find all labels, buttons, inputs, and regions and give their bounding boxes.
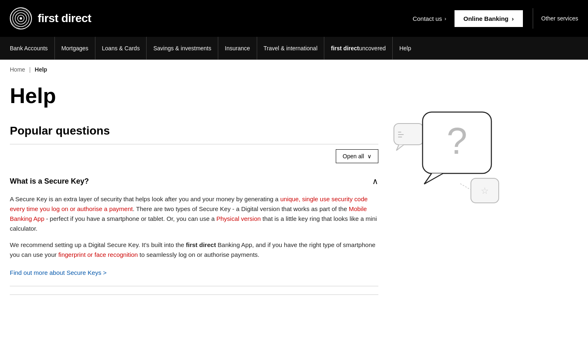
logo-icon[interactable] xyxy=(10,7,32,29)
nav-item-help[interactable]: Help xyxy=(393,37,418,60)
main-nav: Bank Accounts Mortgages Loans & Cards Sa… xyxy=(0,37,588,60)
svg-rect-6 xyxy=(398,132,401,133)
chevron-right-icon: › xyxy=(444,16,446,22)
help-illustration: ? ☆ xyxy=(391,104,505,210)
chevron-down-icon: ∨ xyxy=(367,153,371,160)
nav-item-insurance[interactable]: Insurance xyxy=(218,37,257,60)
nav-item-travel-international[interactable]: Travel & international xyxy=(257,37,325,60)
nav-item-mortgages[interactable]: Mortgages xyxy=(55,37,95,60)
header: first direct Contact us › Online Banking… xyxy=(0,0,588,37)
breadcrumb-home[interactable]: Home xyxy=(10,66,25,73)
online-banking-button[interactable]: Online Banking › xyxy=(455,10,523,27)
open-all-row: Open all ∨ xyxy=(10,144,378,163)
sidebar-illustration: ? ☆ xyxy=(378,79,518,295)
nav-item-uncovered[interactable]: first direct uncovered xyxy=(324,37,393,60)
logo-text: first direct xyxy=(38,12,91,25)
svg-text:?: ? xyxy=(447,121,467,162)
contact-us-link[interactable]: Contact us › xyxy=(413,15,446,22)
breadcrumb-separator: | xyxy=(29,66,31,73)
svg-rect-8 xyxy=(398,137,402,137)
svg-point-4 xyxy=(20,17,22,20)
header-left: first direct xyxy=(10,7,91,29)
faq-question: What is a Secure Key? xyxy=(10,177,89,186)
other-services-link[interactable]: Other services xyxy=(541,15,578,22)
svg-rect-5 xyxy=(394,124,423,145)
breadcrumb-current: Help xyxy=(35,66,47,73)
nav-item-bank-accounts[interactable]: Bank Accounts xyxy=(10,37,55,60)
faq-question-row[interactable]: What is a Secure Key? ∧ xyxy=(10,176,378,186)
popular-questions-heading: Popular questions xyxy=(10,124,378,137)
page-title: Help xyxy=(10,83,378,108)
svg-rect-7 xyxy=(398,134,404,135)
chevron-right-icon: › xyxy=(512,15,514,22)
open-all-button[interactable]: Open all ∨ xyxy=(336,149,378,163)
find-more-secure-keys-link[interactable]: Find out more about Secure Keys > xyxy=(10,268,106,278)
section-divider xyxy=(10,294,378,295)
svg-line-13 xyxy=(460,184,471,190)
main-content: Help Popular questions Open all ∨ What i… xyxy=(0,79,588,319)
header-divider xyxy=(533,8,533,29)
breadcrumb: Home | Help xyxy=(0,60,588,79)
nav-item-loans-cards[interactable]: Loans & Cards xyxy=(95,37,147,60)
content-area: Help Popular questions Open all ∨ What i… xyxy=(10,79,378,295)
svg-text:☆: ☆ xyxy=(481,186,489,196)
header-right: Contact us › Online Banking › Other serv… xyxy=(413,8,578,29)
nav-item-savings-investments[interactable]: Savings & investments xyxy=(147,37,218,60)
chevron-up-icon: ∧ xyxy=(372,176,378,186)
faq-item: What is a Secure Key? ∧ A Secure Key is … xyxy=(10,168,378,286)
faq-answer: A Secure Key is an extra layer of securi… xyxy=(10,194,378,278)
faq-answer-paragraph-1: A Secure Key is an extra layer of securi… xyxy=(10,194,378,234)
faq-answer-paragraph-2: We recommend setting up a Digital Secure… xyxy=(10,240,378,260)
